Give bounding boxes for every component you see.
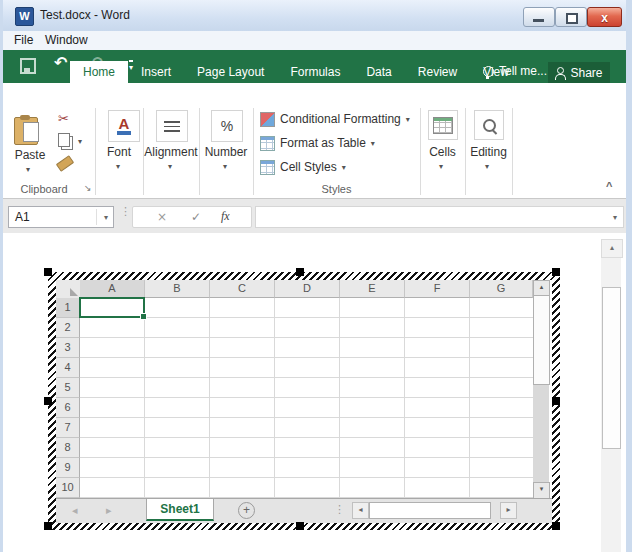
fill-handle[interactable] xyxy=(140,313,147,320)
clipboard-dialog-launcher-icon[interactable]: ↘ xyxy=(84,183,92,193)
number-group-button[interactable]: % Number ▾ xyxy=(199,105,253,185)
close-button[interactable]: x xyxy=(587,7,622,27)
editing-dropdown-icon: ▾ xyxy=(485,162,489,171)
format-as-table-button[interactable]: Format as Table ▾ xyxy=(260,135,375,151)
name-box-dropdown-icon[interactable]: ▾ xyxy=(104,213,108,222)
sheet-scroll-down-icon[interactable]: ▾ xyxy=(533,482,550,499)
document-vertical-scrollbar[interactable]: ▴ xyxy=(601,239,621,552)
sheet-nav-right-icon[interactable]: ▸ xyxy=(106,504,112,517)
new-sheet-button[interactable]: + xyxy=(238,502,255,519)
insert-function-icon[interactable]: fx xyxy=(221,209,230,224)
column-header-g[interactable]: G xyxy=(470,280,533,298)
resize-handle-top-right[interactable] xyxy=(552,268,560,276)
column-header-f[interactable]: F xyxy=(405,280,470,298)
hscroll-right-icon[interactable]: ▸ xyxy=(500,502,517,519)
minimize-button[interactable] xyxy=(523,7,555,27)
tab-review[interactable]: Review xyxy=(405,61,470,83)
scroll-up-icon[interactable]: ▴ xyxy=(601,239,623,258)
share-button[interactable]: Share xyxy=(548,62,610,83)
column-header-e[interactable]: E xyxy=(340,280,405,298)
save-icon[interactable] xyxy=(20,58,36,74)
cells-group-button[interactable]: Cells ▾ xyxy=(420,105,465,185)
tab-formulas[interactable]: Formulas xyxy=(277,61,353,83)
sheet-vscroll-thumb[interactable] xyxy=(533,295,550,385)
alignment-icon xyxy=(156,110,188,142)
row-header-8[interactable]: 8 xyxy=(56,438,80,458)
cancel-icon[interactable]: × xyxy=(157,210,167,224)
tab-data[interactable]: Data xyxy=(353,61,404,83)
resize-handle-bottom-left[interactable] xyxy=(44,522,52,530)
cells-icon xyxy=(428,110,458,140)
person-icon xyxy=(555,67,565,79)
copy-button[interactable] xyxy=(58,133,70,147)
row-header-2[interactable]: 2 xyxy=(56,318,80,338)
row-header-5[interactable]: 5 xyxy=(56,378,80,398)
sheet-tab-bar: ◂ ▸ Sheet1 + ⋮ ◂ ▸ xyxy=(56,498,552,523)
font-group-label: Font xyxy=(95,145,143,159)
document-scrollbar-thumb[interactable] xyxy=(602,287,621,449)
row-header-1[interactable]: 1 xyxy=(56,298,80,318)
row-header-7[interactable]: 7 xyxy=(56,418,80,438)
ribbon-tabs: Home Insert Page Layout Formulas Data Re… xyxy=(70,61,522,83)
restore-button[interactable] xyxy=(555,7,587,27)
menubar: File Window xyxy=(0,31,632,50)
expand-formula-bar-icon[interactable]: ▾ xyxy=(613,213,617,222)
group-separator xyxy=(253,108,254,195)
row-header-4[interactable]: 4 xyxy=(56,358,80,378)
conditional-formatting-button[interactable]: Conditional Formatting ▾ xyxy=(260,111,410,127)
resize-handle-bottom-right[interactable] xyxy=(552,522,560,530)
active-cell-a1[interactable] xyxy=(79,297,145,318)
name-box[interactable]: A1 ▾ xyxy=(8,206,114,228)
search-icon xyxy=(474,110,504,140)
group-separator xyxy=(512,108,513,195)
word-window: W Test.docx - Word x File Window ↶ ▾ ↷ ▾… xyxy=(0,0,632,552)
window-border-right xyxy=(626,0,632,552)
resize-handle-middle-right[interactable] xyxy=(552,397,560,405)
formula-input[interactable]: ▾ xyxy=(255,206,624,228)
column-header-c[interactable]: C xyxy=(210,280,275,298)
titlebar[interactable]: W Test.docx - Word x xyxy=(0,0,632,32)
tab-insert[interactable]: Insert xyxy=(128,61,184,83)
ribbon-body: Paste ▾ ✂ ▾ Clipboard ↘ A Font ▾ Alignme… xyxy=(0,105,632,199)
undo-button[interactable]: ↶ xyxy=(54,53,67,72)
menu-file[interactable]: File xyxy=(14,33,33,47)
format-painter-button[interactable] xyxy=(56,155,74,172)
format-as-table-icon xyxy=(260,136,275,151)
row-header-6[interactable]: 6 xyxy=(56,398,80,418)
hscroll-thumb[interactable] xyxy=(369,502,491,519)
tab-bar-separator-dots: ⋮ xyxy=(334,503,345,516)
menu-window[interactable]: Window xyxy=(45,33,88,47)
copy-dropdown-icon[interactable]: ▾ xyxy=(78,137,82,146)
hscroll-left-icon[interactable]: ◂ xyxy=(352,502,369,519)
cell-styles-button[interactable]: Cell Styles ▾ xyxy=(260,159,346,175)
select-all-corner[interactable] xyxy=(56,280,81,299)
cut-button[interactable]: ✂ xyxy=(58,111,69,126)
resize-handle-bottom-middle[interactable] xyxy=(296,522,304,530)
tell-me-box[interactable]: Tell me... xyxy=(483,64,547,78)
font-group-button[interactable]: A Font ▾ xyxy=(95,105,143,185)
sheet-cells[interactable] xyxy=(80,298,533,499)
editing-group-button[interactable]: Editing ▾ xyxy=(465,105,512,185)
collapse-ribbon-button[interactable]: ^ xyxy=(606,180,612,192)
column-header-a[interactable]: A xyxy=(80,280,145,298)
paste-button[interactable]: Paste ▾ xyxy=(10,110,50,176)
styles-group-label: Styles xyxy=(253,183,420,195)
column-header-b[interactable]: B xyxy=(145,280,210,298)
sheet-nav-left-icon[interactable]: ◂ xyxy=(72,504,78,517)
tab-home[interactable]: Home xyxy=(70,61,128,83)
resize-handle-middle-left[interactable] xyxy=(44,397,52,405)
sheet-vertical-scrollbar[interactable]: ▴ ▾ xyxy=(533,280,549,498)
resize-handle-top-left[interactable] xyxy=(44,268,52,276)
column-header-d[interactable]: D xyxy=(275,280,340,298)
tab-sheet1[interactable]: Sheet1 xyxy=(146,499,214,521)
tab-page-layout[interactable]: Page Layout xyxy=(184,61,277,83)
row-header-10[interactable]: 10 xyxy=(56,478,80,498)
enter-icon[interactable]: ✓ xyxy=(191,210,201,224)
alignment-group-button[interactable]: Alignment ▾ xyxy=(143,105,199,185)
editing-group-label: Editing xyxy=(465,145,512,159)
window-border-left xyxy=(0,0,3,552)
paste-label: Paste xyxy=(10,148,50,162)
row-header-9[interactable]: 9 xyxy=(56,458,80,478)
row-header-3[interactable]: 3 xyxy=(56,338,80,358)
resize-handle-top-middle[interactable] xyxy=(296,268,304,276)
